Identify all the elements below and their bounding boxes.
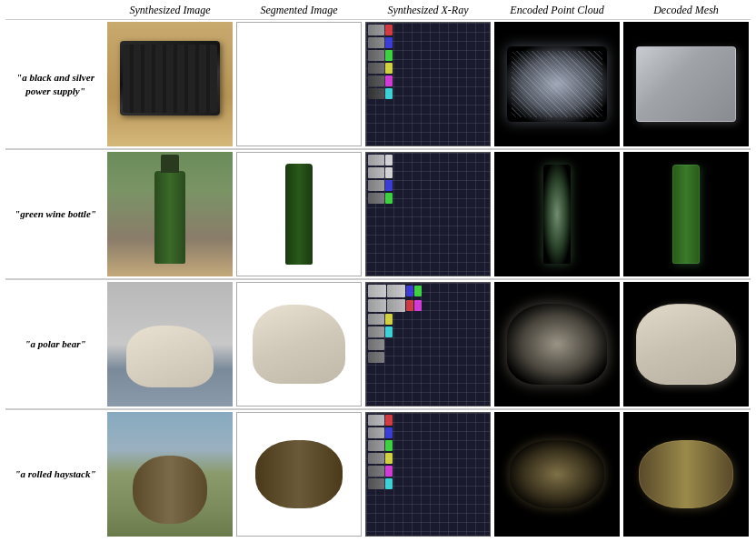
- xray-cell-r3: [363, 280, 492, 408]
- xray-thumb: [368, 478, 384, 489]
- xray-row: [368, 193, 393, 204]
- xray-image-r2: [365, 152, 491, 276]
- table-row: "a black and silver power supply": [5, 19, 751, 149]
- mesh-image-r3: [623, 282, 749, 406]
- xray-label: [406, 300, 413, 311]
- pc-shape-r3: [507, 304, 607, 385]
- row-cells-r3: [105, 280, 751, 408]
- synth-cell-r3: [105, 280, 234, 408]
- synth-cell-r2: [105, 150, 234, 278]
- xray-thumb: [368, 180, 384, 191]
- seg-obj-r2: [237, 153, 361, 276]
- xray-row: [368, 167, 393, 178]
- synth-image-r2: [107, 152, 233, 276]
- xray-items-r3: [368, 285, 422, 363]
- xray-thumb: [368, 167, 384, 178]
- xray-thumb: [368, 63, 384, 74]
- seg-object-r2: [285, 164, 313, 265]
- mesh-shape-r3: [636, 304, 736, 385]
- xray-label: [385, 193, 393, 204]
- seg-object-r3: [253, 305, 345, 385]
- xray-row: [368, 352, 422, 363]
- pc-shape-r2: [543, 165, 571, 265]
- pc-image-r4: [494, 412, 620, 537]
- xray-thumb: [368, 25, 384, 35]
- synth-cell-r1: [105, 20, 234, 148]
- xray-row: [368, 326, 422, 337]
- xray-row: [368, 285, 422, 297]
- xray-thumb: [368, 37, 384, 48]
- pc-cell-r1: [492, 20, 622, 148]
- xray-label: [385, 63, 393, 74]
- xray-row: [368, 25, 393, 35]
- xray-cell-r4: [363, 410, 492, 538]
- row-label-r4: "a rolled haystack": [5, 467, 105, 480]
- mesh-image-r4: [623, 412, 749, 537]
- xray-label: [385, 427, 393, 438]
- pc-cell-r4: [492, 410, 622, 538]
- xray-label: [385, 180, 393, 191]
- seg-object-r4: [255, 440, 342, 507]
- xray-label: [385, 314, 393, 325]
- header-row: Synthesized Image Segmented Image Synthe…: [5, 4, 751, 17]
- xray-row: [368, 314, 422, 325]
- xray-row: [368, 440, 393, 451]
- xray-image-r4: [365, 412, 491, 537]
- xray-row: [368, 155, 393, 166]
- mesh-shape-r4: [639, 440, 733, 508]
- xray-label: [385, 25, 393, 35]
- xray-label: [385, 440, 393, 451]
- xray-image-r1: [365, 22, 491, 146]
- xray-thumb: [387, 299, 405, 312]
- synth-cell-r4: [105, 410, 234, 538]
- pc-cell-r2: [492, 150, 622, 278]
- seg-cell-r4: [234, 410, 363, 538]
- xray-thumb: [368, 193, 384, 204]
- xray-label: [406, 286, 413, 296]
- xray-row: [368, 63, 393, 74]
- xray-thumb: [368, 299, 386, 312]
- xray-row: [368, 427, 393, 438]
- xray-row: [368, 75, 393, 86]
- xray-label: [385, 75, 393, 86]
- xray-row: [368, 415, 393, 426]
- mesh-image-r2: [623, 152, 749, 276]
- seg-image-r2: [236, 152, 362, 276]
- xray-thumb: [368, 326, 384, 337]
- synth-image-r1: [107, 22, 233, 146]
- xray-row: [368, 339, 422, 350]
- xray-thumb: [368, 339, 384, 350]
- synth-image-r3: [107, 282, 233, 406]
- xray-label: [385, 466, 393, 477]
- row-cells-r1: [105, 20, 751, 148]
- pc-shape-r1: [507, 46, 607, 121]
- xray-label: [385, 155, 393, 166]
- xray-row: [368, 299, 422, 312]
- pc-image-r3: [494, 282, 620, 406]
- col-header-xray: Synthesized X-Ray: [363, 4, 492, 17]
- mesh-cell-r4: [622, 410, 751, 538]
- xray-thumb: [368, 75, 384, 86]
- mesh-image-r1: [623, 22, 749, 146]
- xray-image-r3: [365, 282, 491, 406]
- xray-cell-r1: [363, 20, 492, 148]
- xray-cell-r2: [363, 150, 492, 278]
- seg-image-r3: [236, 282, 362, 406]
- mesh-shape-r1: [636, 46, 736, 121]
- xray-label: [414, 286, 422, 296]
- xray-thumb: [368, 352, 384, 363]
- col-header-pc: Encoded Point Cloud: [492, 4, 622, 17]
- seg-cell-r3: [234, 280, 363, 408]
- xray-label: [385, 167, 393, 178]
- xray-thumb: [368, 50, 384, 61]
- xray-thumb: [368, 155, 384, 166]
- row-cells-r4: [105, 410, 751, 538]
- pc-image-r1: [494, 22, 620, 146]
- row-label-r1: "a black and silver power supply": [5, 71, 105, 97]
- xray-row: [368, 453, 393, 464]
- xray-thumb: [387, 285, 405, 297]
- table-row: "a rolled haystack": [5, 409, 751, 538]
- row-label-r3: "a polar bear": [5, 337, 105, 350]
- pc-image-r2: [494, 152, 620, 276]
- xray-thumb: [368, 285, 386, 297]
